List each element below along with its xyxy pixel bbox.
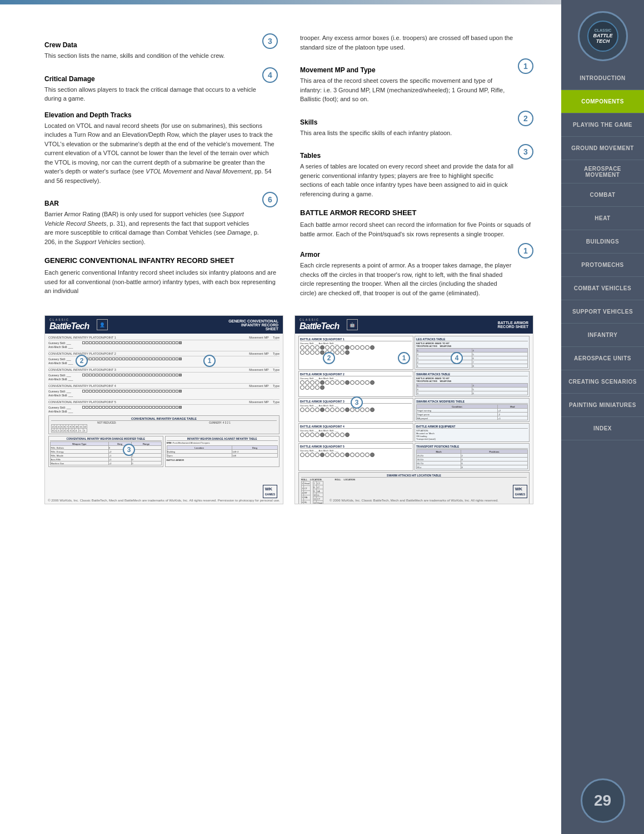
rs-left-header: CLASSIC BattleTech 👤 GENERIC CONVENTIONA… — [45, 316, 283, 334]
bar-badge: 6 — [262, 192, 278, 207]
elevation-text: Located on VTOL and naval record sheets … — [44, 121, 278, 186]
rs-left-badge-2: 2 — [76, 355, 88, 367]
sidebar-item-index[interactable]: INDEX — [561, 417, 644, 440]
generic-infantry-section: GENERIC CONVENTIONAL INFANTRY RECORD SHE… — [44, 256, 278, 296]
crew-data-section: Crew Data This section lists the name, s… — [44, 33, 278, 61]
sidebar-item-introduction[interactable]: INTRODUCTION — [561, 67, 644, 90]
top-bar — [0, 0, 561, 4]
sidebar-item-buildings[interactable]: BUILDINGS — [561, 230, 644, 254]
battle-armor-title: BATTLE ARMOR RECORD SHEET — [300, 209, 533, 217]
armor-text: Each circle represents a point of armor.… — [300, 261, 515, 297]
tables-text: A series of tables are located on every … — [300, 162, 515, 198]
movement-mp-section: Movement MP and Type This area of the re… — [300, 58, 533, 104]
armor-title: Armor — [300, 251, 515, 259]
rs-left-body: CONVENTIONAL INFANTRY PLATOON/POINT 1 Mo… — [45, 334, 283, 469]
rs-right-badge-3: 3 — [351, 396, 363, 409]
main-content: Crew Data This section lists the name, s… — [0, 0, 561, 834]
skills-section: Skills This area lists the specific skil… — [300, 111, 533, 138]
armor-section: Armor Each circle represents a point of … — [300, 243, 533, 297]
tables-badge: 3 — [518, 144, 533, 160]
bar-section: BAR Barrier Armor Rating (BAR) is only u… — [44, 192, 278, 246]
bar-title: BAR — [44, 200, 259, 207]
rs-right-wk-logo: WKGAMES — [513, 485, 527, 498]
rs-left-badge-1: 1 — [203, 355, 216, 367]
skills-text: This area lists the specific skills of e… — [300, 128, 515, 138]
sidebar-item-creating-scenarios[interactable]: CREATING SCENARIOS — [561, 370, 644, 394]
svg-text:BATTLE: BATTLE — [593, 33, 613, 38]
tables-section: Tables A series of tables are located on… — [300, 144, 533, 198]
rs-right-copyright: © 2006 WizKids, Inc. Classic BattleTech,… — [295, 499, 533, 502]
sidebar-item-infantry[interactable]: INFANTRY — [561, 324, 644, 347]
rs-left-wk-logo: WKGAMES — [263, 485, 277, 498]
trooper-note-text: trooper. Any excess armor boxes (i.e. tr… — [300, 33, 533, 52]
elevation-title: Elevation and Depth Tracks — [44, 111, 278, 119]
critical-damage-text: This section allows players to track the… — [44, 85, 259, 103]
armor-badge: 1 — [518, 243, 533, 259]
crew-data-text: This section lists the name, skills and … — [44, 51, 259, 61]
rs-right-badge-4: 4 — [451, 352, 463, 364]
sidebar-item-painting[interactable]: PAINTING MINIATURES — [561, 394, 644, 417]
rs-right-header: CLASSIC BattleTech 🤖 BATTLE ARMORRECORD … — [295, 316, 533, 334]
sidebar-item-playing[interactable]: PLAYING THE GAME — [561, 113, 644, 137]
left-column: Crew Data This section lists the name, s… — [44, 33, 278, 304]
right-column: trooper. Any excess armor boxes (i.e. tr… — [300, 33, 533, 304]
rs-left-copyright: © 2006 WizKids, Inc. Classic BattleTech,… — [45, 499, 283, 502]
rs-left-badge-3: 3 — [123, 444, 135, 456]
sidebar-nav: INTRODUCTION COMPONENTS PLAYING THE GAME… — [561, 67, 644, 773]
critical-damage-badge: 4 — [262, 67, 278, 83]
sidebar-item-components[interactable]: COMPONENTS — [561, 90, 644, 113]
sidebar-item-heat[interactable]: HEAT — [561, 207, 644, 230]
skills-title: Skills — [300, 118, 515, 126]
battle-armor-section: BATTLE ARMOR RECORD SHEET Each battle ar… — [300, 209, 533, 239]
crew-data-title: Crew Data — [44, 41, 259, 49]
critical-damage-title: Critical Damage — [44, 75, 259, 83]
infantry-record-sheet: CLASSIC BattleTech 👤 GENERIC CONVENTIONA… — [44, 315, 283, 504]
page-number-badge: 29 — [581, 778, 625, 823]
svg-text:TECH: TECH — [596, 38, 610, 44]
movement-mp-text: This area of the record sheet covers the… — [300, 76, 515, 104]
rs-right-badge-1: 1 — [398, 352, 410, 364]
sidebar-top-logo: CLASSIC BATTLE TECH — [578, 11, 628, 61]
critical-damage-section: Critical Damage This section allows play… — [44, 67, 278, 103]
rs-right-badge-2: 2 — [323, 352, 335, 364]
sidebar-item-ground[interactable]: GROUND MOVEMENT — [561, 137, 644, 160]
elevation-section: Elevation and Depth Tracks Located on VT… — [44, 111, 278, 186]
trooper-note: trooper. Any excess armor boxes (i.e. tr… — [300, 33, 533, 52]
battle-armor-text: Each battle armor record sheet can recor… — [300, 220, 533, 239]
sidebar-item-combat[interactable]: COMBAT — [561, 183, 644, 207]
tables-title: Tables — [300, 152, 515, 160]
generic-infantry-title: GENERIC CONVENTIONAL INFANTRY RECORD SHE… — [44, 256, 278, 265]
content-columns: Crew Data This section lists the name, s… — [44, 33, 533, 304]
crew-data-badge: 3 — [262, 33, 278, 49]
sidebar-item-combat-vehicles[interactable]: COMBAT VEHICLES — [561, 277, 644, 300]
generic-infantry-text: Each generic conventional Infantry recor… — [44, 268, 278, 296]
movement-mp-badge: 1 — [518, 58, 533, 74]
sidebar: CLASSIC BATTLE TECH INTRODUCTION COMPONE… — [561, 0, 644, 834]
movement-mp-title: Movement MP and Type — [300, 66, 515, 74]
bar-text: Barrier Armor Rating (BAR) is only used … — [44, 210, 259, 246]
sidebar-item-aerospace-movement[interactable]: AEROSPACE MOVEMENT — [561, 160, 644, 183]
sidebar-item-support-vehicles[interactable]: SUPPORT VEHICLES — [561, 300, 644, 324]
record-sheets-row: CLASSIC BattleTech 👤 GENERIC CONVENTIONA… — [44, 315, 533, 504]
skills-badge: 2 — [518, 111, 533, 126]
sidebar-item-aerospace-units[interactable]: AEROSPACE UNITS — [561, 347, 644, 370]
svg-text:CLASSIC: CLASSIC — [594, 28, 611, 32]
battle-armor-record-sheet: CLASSIC BattleTech 🤖 BATTLE ARMORRECORD … — [294, 315, 533, 504]
sidebar-item-protomechs[interactable]: PROTOMECHS — [561, 254, 644, 277]
